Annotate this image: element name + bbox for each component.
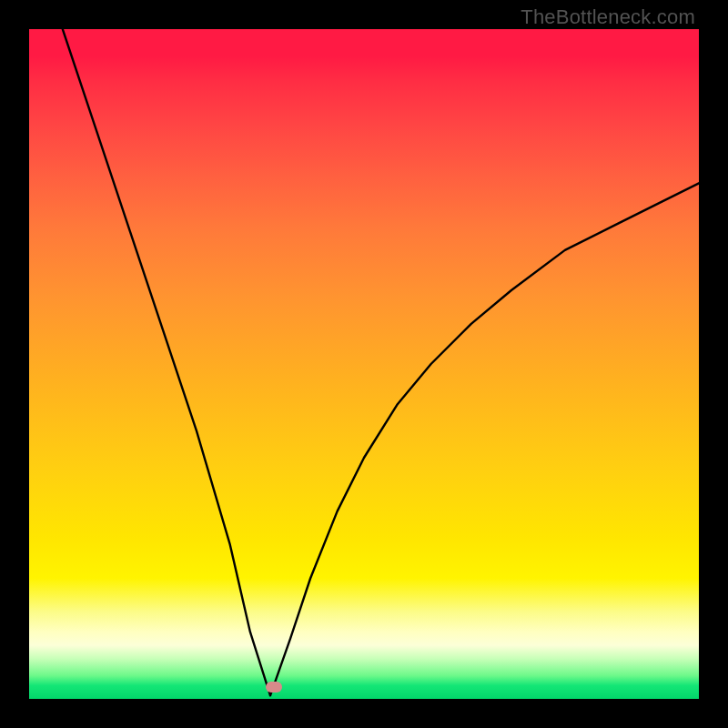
watermark: TheBottleneck.com (521, 5, 695, 29)
chart-frame: TheBottleneck.com (0, 0, 728, 728)
bottleneck-curve (29, 29, 699, 699)
optimum-marker (266, 682, 282, 693)
plot-area (29, 29, 699, 699)
